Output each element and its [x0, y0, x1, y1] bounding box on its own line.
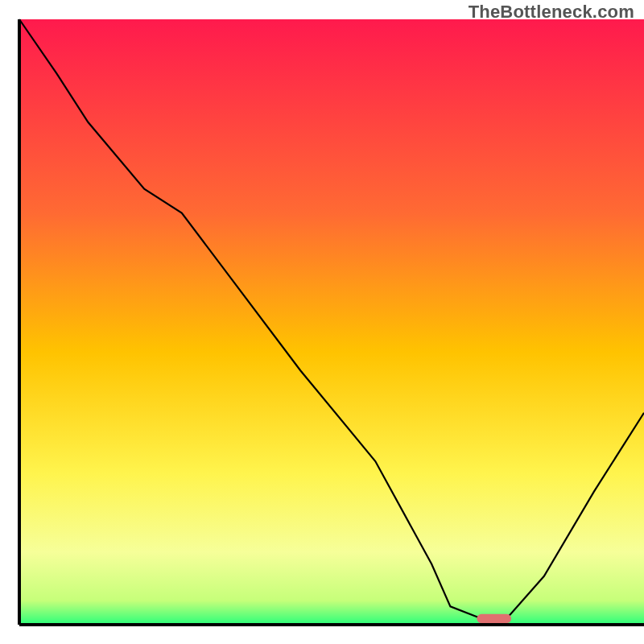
chart-container: TheBottleneck.com	[0, 0, 644, 644]
optimal-marker	[477, 614, 511, 623]
watermark-text: TheBottleneck.com	[469, 2, 634, 23]
bottleneck-chart	[0, 0, 644, 644]
plot-background	[19, 19, 644, 625]
